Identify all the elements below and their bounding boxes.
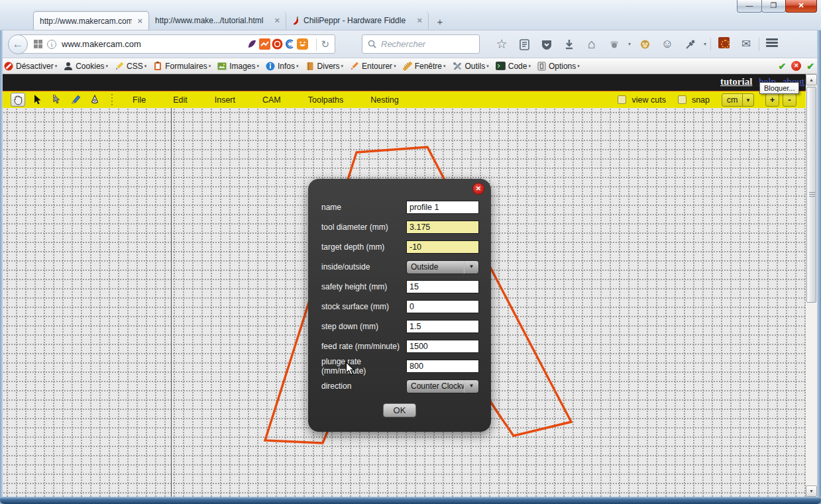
name-input[interactable] xyxy=(406,201,479,214)
devbar-item-entourer[interactable]: Entourer▾ xyxy=(350,62,396,71)
search-icon xyxy=(368,40,376,48)
devbar-item-code[interactable]: Code▾ xyxy=(496,62,531,71)
swirl-extension-icon[interactable] xyxy=(284,38,296,50)
field-label: name xyxy=(321,203,406,212)
web-developer-toolbar: Désactiver▾ Cookies▾ CSS▾ Formulaires▾ I… xyxy=(0,58,821,74)
pan-hand-tool[interactable] xyxy=(11,93,25,107)
url-text[interactable]: www.makercam.com xyxy=(62,39,246,49)
mail-icon[interactable]: ✉ xyxy=(735,37,757,51)
stock-surface-input[interactable] xyxy=(406,300,479,313)
menu-hamburger-icon[interactable] xyxy=(761,37,783,52)
smiley-addon-icon[interactable]: ☺ xyxy=(656,37,679,51)
inside-outside-dropdown[interactable]: Outside ▼ xyxy=(406,260,479,274)
search-bar[interactable]: Rechercher xyxy=(362,34,480,54)
gear-addon-icon[interactable] xyxy=(712,37,735,52)
field-label: plunge rate (mm/minute) xyxy=(321,357,406,376)
select-arrow-tool[interactable] xyxy=(30,93,44,107)
devbar-item-cookies[interactable]: Cookies▾ xyxy=(64,62,108,71)
devbar-item-css[interactable]: CSS▾ xyxy=(115,62,146,71)
chevron-down-icon: ▼ xyxy=(742,94,753,106)
snap-checkbox[interactable] xyxy=(678,95,686,104)
circle-extension-icon[interactable] xyxy=(272,38,283,50)
devbar-item-options[interactable]: Options▾ xyxy=(537,62,580,71)
chart-extension-icon[interactable] xyxy=(259,38,270,50)
maximize-button[interactable]: ❐ xyxy=(761,0,786,13)
navigation-toolbar: ← i www.makercam.com xyxy=(0,30,821,58)
home-icon[interactable]: ⌂ xyxy=(580,36,603,52)
tab-close-icon[interactable]: × xyxy=(274,17,280,25)
back-button[interactable]: ← xyxy=(8,34,28,54)
reading-list-icon[interactable] xyxy=(513,38,535,51)
menu-insert[interactable]: Insert xyxy=(215,95,249,105)
close-window-button[interactable]: ✕ xyxy=(785,0,817,13)
field-row-inside-outside: inside/outside Outside ▼ xyxy=(308,257,491,277)
title-bar: — ❐ ✕ http://www.makercam.com/ × http://… xyxy=(0,0,821,30)
menu-toolpaths[interactable]: Toolpaths xyxy=(308,95,358,105)
scrollbar-thumb[interactable] xyxy=(806,87,816,303)
error-icon[interactable]: ✕ xyxy=(791,61,801,71)
reload-icon[interactable]: ↻ xyxy=(321,38,329,50)
safety-height-input[interactable] xyxy=(406,280,479,293)
monkey-addon-icon[interactable] xyxy=(633,38,656,51)
dropdown-caret-icon[interactable]: ▾ xyxy=(626,41,633,47)
menu-cam[interactable]: CAM xyxy=(262,95,295,105)
step-down-input[interactable] xyxy=(406,320,479,333)
menu-file[interactable]: File xyxy=(133,95,160,105)
smiley-extension-icon[interactable] xyxy=(297,38,308,50)
menu-edit[interactable]: Edit xyxy=(173,95,201,105)
pencil-tool[interactable] xyxy=(68,93,83,107)
target-depth-input[interactable] xyxy=(406,240,479,254)
bug-addon-icon[interactable] xyxy=(603,38,626,51)
tab-close-icon[interactable]: × xyxy=(137,17,142,25)
dialog-close-button[interactable]: ✕ xyxy=(472,183,484,195)
tab-tutorial[interactable]: http://www.make.../tutorial.html × xyxy=(149,11,286,30)
field-label: stock surface (mm) xyxy=(321,302,406,311)
devbar-item-divers[interactable]: Divers▾ xyxy=(305,62,344,71)
eyedropper-icon[interactable] xyxy=(679,38,701,51)
devbar-item-infos[interactable]: Infos▾ xyxy=(266,62,299,71)
tab-close-icon[interactable]: × xyxy=(417,17,422,25)
plunge-rate-input[interactable] xyxy=(406,360,479,373)
devbar-item-fenetre[interactable]: Fenêtre▾ xyxy=(403,62,446,71)
field-label: safety height (mm) xyxy=(321,282,406,291)
scroll-down-button[interactable]: ▼ xyxy=(806,485,817,497)
tutorial-link[interactable]: tutorial xyxy=(720,76,752,87)
tab-makercam[interactable]: http://www.makercam.com/ × xyxy=(33,11,149,30)
devbar-item-images[interactable]: Images▾ xyxy=(217,62,259,71)
menu-bar: File Edit Insert CAM Toolpaths Nesting xyxy=(119,95,413,105)
devbar-item-desactiver[interactable]: Désactiver▾ xyxy=(4,62,57,71)
direct-select-tool[interactable] xyxy=(49,93,64,107)
field-row-feed-rate: feed rate (mm/minute) xyxy=(308,336,491,356)
dropdown-caret-icon[interactable]: ▾ xyxy=(701,41,709,47)
tools-icon xyxy=(453,62,463,71)
field-label: inside/outside xyxy=(321,262,406,272)
new-tab-button[interactable]: + xyxy=(431,14,449,30)
zoom-out-button[interactable]: - xyxy=(783,93,796,107)
url-bar[interactable]: i www.makercam.com xyxy=(19,34,335,54)
ok-button[interactable]: OK xyxy=(383,403,416,417)
vertical-scrollbar: ▲ ▼ xyxy=(806,74,817,497)
page-info-icon[interactable]: i xyxy=(47,40,56,49)
site-tiles-icon[interactable] xyxy=(34,40,42,48)
view-cuts-checkbox[interactable] xyxy=(618,95,626,104)
downloads-icon[interactable] xyxy=(558,38,580,51)
feed-rate-input[interactable] xyxy=(406,340,479,353)
window-controls: — ❐ ✕ xyxy=(738,0,817,13)
field-row-target-depth: target depth (mm) xyxy=(308,237,491,257)
devbar-item-formulaires[interactable]: Formulaires▾ xyxy=(153,62,211,71)
minimize-button[interactable]: — xyxy=(737,0,762,13)
bookmark-star-icon[interactable]: ☆ xyxy=(490,36,513,52)
pocket-shield-icon[interactable] xyxy=(535,38,558,51)
feather-extension-icon[interactable] xyxy=(246,38,258,50)
direction-dropdown[interactable]: Counter Clockwi ▼ xyxy=(406,379,479,393)
devbar-item-outils[interactable]: Outils▾ xyxy=(453,62,489,71)
menu-nesting[interactable]: Nesting xyxy=(370,95,412,105)
pen-tool[interactable] xyxy=(87,93,102,107)
tool-diameter-input[interactable] xyxy=(406,221,479,234)
units-dropdown[interactable]: cm ▼ xyxy=(722,93,754,107)
tab-chilipeppr[interactable]: ChiliPeppr - Hardware Fiddle × xyxy=(286,11,429,30)
divider xyxy=(710,38,711,51)
makercam-toolbar: File Edit Insert CAM Toolpaths Nesting v… xyxy=(3,91,806,108)
zoom-in-button[interactable]: + xyxy=(765,93,779,107)
scroll-up-button[interactable]: ▲ xyxy=(806,74,817,85)
